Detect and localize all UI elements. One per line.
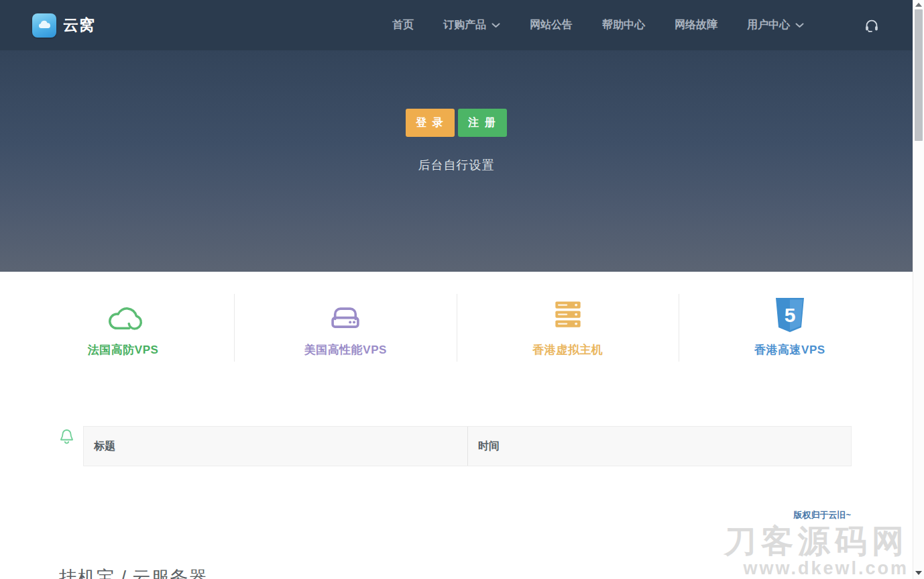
- feature-label: 香港高速VPS: [754, 342, 825, 358]
- svg-text:5: 5: [785, 304, 796, 326]
- copyright-link[interactable]: 版权归于云旧~: [0, 509, 913, 521]
- headset-icon: [863, 17, 880, 34]
- scrollbar[interactable]: [913, 0, 924, 579]
- feature-hk-hosting[interactable]: 香港虚拟主机: [457, 294, 679, 362]
- feature-label: 香港虚拟主机: [532, 342, 603, 358]
- brand-name: 云窝: [63, 15, 95, 36]
- hero-subtitle: 后台自行设置: [0, 157, 913, 173]
- scrollbar-down-arrow-icon[interactable]: [915, 571, 922, 575]
- nav-item-label: 订购产品: [443, 18, 486, 32]
- chevron-down-icon: [492, 23, 500, 28]
- features-row: 法国高防VPS 美国高性能VPS: [0, 272, 913, 362]
- watermark: 刀客源码网 www.dkewl.com: [724, 525, 909, 578]
- nav-item-user-center[interactable]: 用户中心: [747, 18, 804, 32]
- next-section-heading: 挂机宝 / 云服务器: [59, 566, 208, 579]
- feature-hk-vps[interactable]: 5 香港高速VPS: [679, 294, 901, 362]
- nav-item-home[interactable]: 首页: [392, 18, 414, 32]
- nav-menu: 首页 订购产品 网站公告 帮助中心 网络故障 用户中心: [392, 17, 880, 34]
- cloud-logo-icon: [32, 13, 56, 38]
- nav-item-label: 网络故障: [675, 18, 717, 32]
- nav-item-announcements[interactable]: 网站公告: [530, 18, 573, 32]
- drive-icon: [326, 297, 365, 334]
- column-header-time: 时间: [467, 427, 851, 466]
- announcements-section: 标题 时间: [0, 426, 913, 466]
- login-button[interactable]: 登 录: [406, 109, 455, 137]
- feature-label: 美国高性能VPS: [304, 342, 387, 358]
- feature-france-vps[interactable]: 法国高防VPS: [12, 294, 234, 362]
- nav-item-help[interactable]: 帮助中心: [602, 18, 645, 32]
- chevron-down-icon: [795, 23, 804, 28]
- nav-item-label: 首页: [392, 18, 414, 32]
- cloud-vps-icon: [103, 297, 144, 334]
- nav-item-network-status[interactable]: 网络故障: [675, 18, 717, 32]
- nav-item-products[interactable]: 订购产品: [443, 18, 500, 32]
- navbar: 云窝 首页 订购产品 网站公告 帮助中心 网络故障 用户中心: [0, 0, 913, 50]
- logo[interactable]: 云窝: [32, 13, 95, 38]
- nav-item-label: 用户中心: [747, 18, 790, 32]
- column-header-title: 标题: [84, 439, 467, 454]
- watermark-site-name: 刀客源码网: [724, 525, 909, 558]
- nav-item-label: 网站公告: [530, 18, 573, 32]
- nav-item-label: 帮助中心: [602, 18, 645, 32]
- hero-section: 登 录 注 册 后台自行设置: [0, 50, 913, 272]
- server-stack-icon: [548, 297, 588, 334]
- html5-shield-icon: 5: [773, 297, 807, 334]
- announcements-table-header: 标题 时间: [84, 427, 851, 466]
- hero-buttons: 登 录 注 册: [0, 50, 913, 137]
- announcements-table: 标题 时间: [83, 426, 852, 466]
- support-headset-button[interactable]: [863, 17, 880, 34]
- scrollbar-thumb[interactable]: [915, 9, 923, 141]
- feature-usa-vps[interactable]: 美国高性能VPS: [234, 294, 456, 362]
- bell-icon: [59, 427, 74, 448]
- register-button[interactable]: 注 册: [458, 109, 507, 137]
- watermark-url: www.dkewl.com: [724, 559, 909, 578]
- page: 云窝 首页 订购产品 网站公告 帮助中心 网络故障 用户中心: [0, 0, 913, 579]
- feature-label: 法国高防VPS: [88, 342, 159, 358]
- scrollbar-up-arrow-icon[interactable]: [915, 3, 922, 7]
